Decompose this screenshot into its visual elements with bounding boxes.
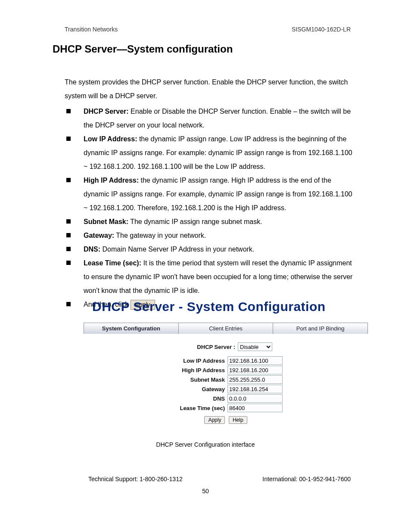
- list-item: Lease Time (sec): It is the time period …: [65, 256, 358, 298]
- page-number: 50: [0, 488, 411, 495]
- list-item: High IP Address: the dynamic IP assign r…: [65, 174, 358, 215]
- field-input[interactable]: [227, 394, 283, 403]
- dhcp-server-select[interactable]: Disable: [238, 342, 272, 351]
- body-text: The system provides the DHCP server func…: [65, 75, 358, 311]
- field-label: Low IP Address: [169, 358, 227, 364]
- bullet-term: Subnet Mask:: [84, 218, 128, 225]
- ui-heading: DHCP Server - System Configuration: [92, 299, 368, 314]
- tabs: System Configuration Client Entries Port…: [84, 323, 368, 334]
- bullet-term: Low IP Address:: [84, 135, 137, 143]
- list-item: DNS: Domain Name Server IP Address in yo…: [65, 243, 358, 256]
- form-area: DHCP Server : Disable Low IP AddressHigh…: [84, 334, 368, 424]
- form-row: Gateway: [84, 385, 368, 393]
- field-input[interactable]: [227, 375, 283, 384]
- list-item: DHCP Server: Enable or Disable the DHCP …: [65, 105, 358, 132]
- form-row: Subnet Mask: [84, 375, 368, 384]
- embedded-screenshot: DHCP Server - System Configuration Syste…: [84, 299, 368, 424]
- button-bar: Apply Help: [84, 416, 368, 424]
- bullet-term: High IP Address:: [84, 177, 139, 184]
- dhcp-server-row: DHCP Server : Disable: [84, 342, 368, 351]
- figure-caption: DHCP Server Configuration interface: [0, 441, 411, 448]
- bullet-term: Gateway:: [84, 232, 114, 239]
- bullet-term: DHCP Server:: [84, 108, 129, 115]
- footer-right: International: 00-1-952-941-7600: [262, 476, 351, 482]
- apply-button[interactable]: Apply: [204, 416, 225, 424]
- list-item: Low IP Address: the dynamic IP assign ra…: [65, 132, 358, 174]
- page-title: DHCP Server—System configuration: [53, 43, 233, 55]
- tab-client-entries[interactable]: Client Entries: [179, 323, 274, 334]
- field-label: Subnet Mask: [169, 376, 227, 383]
- field-label: Gateway: [169, 386, 227, 392]
- bullet-text: Domain Name Server IP Address in your ne…: [100, 246, 254, 253]
- bullet-list: DHCP Server: Enable or Disable the DHCP …: [65, 105, 358, 298]
- intro-paragraph: The system provides the DHCP server func…: [65, 75, 358, 103]
- field-label: High IP Address: [169, 367, 227, 373]
- help-button[interactable]: Help: [229, 416, 247, 424]
- footer-left: Technical Support: 1-800-260-1312: [88, 476, 183, 482]
- field-input[interactable]: [227, 385, 283, 393]
- header-right: SISGM1040-162D-LR: [292, 26, 351, 33]
- list-item: Gateway: The gateway in your network.: [65, 229, 358, 243]
- form-row: DNS: [84, 394, 368, 403]
- header-left: Transition Networks: [65, 26, 118, 33]
- tab-port-ip-binding[interactable]: Port and IP Binding: [273, 323, 368, 334]
- bullet-term: Lease Time (sec):: [84, 259, 141, 267]
- dhcp-server-label: DHCP Server :: [179, 344, 238, 350]
- form-row: Low IP Address: [84, 356, 368, 365]
- bullet-text: The gateway in your network.: [114, 232, 206, 239]
- field-input[interactable]: [227, 404, 283, 412]
- form-row: High IP Address: [84, 366, 368, 374]
- field-input[interactable]: [227, 366, 283, 374]
- tab-system-configuration[interactable]: System Configuration: [84, 323, 179, 334]
- field-label: DNS: [169, 395, 227, 402]
- list-item: Subnet Mask: The dynamic IP assign range…: [65, 215, 358, 229]
- bullet-term: DNS:: [84, 246, 100, 253]
- bullet-text: The dynamic IP assign range subnet mask.: [128, 218, 262, 225]
- field-label: Lease Time (sec): [169, 405, 227, 411]
- form-row: Lease Time (sec): [84, 404, 368, 412]
- field-input[interactable]: [227, 356, 283, 365]
